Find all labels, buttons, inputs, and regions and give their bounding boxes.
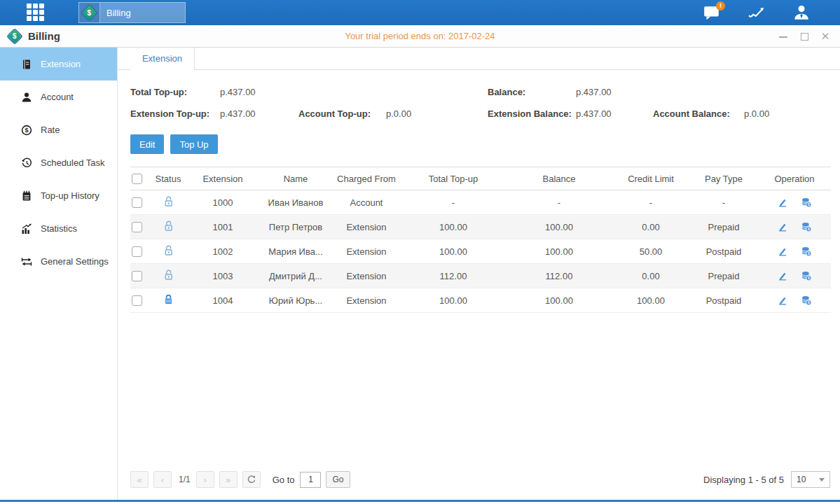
- edit-row-icon[interactable]: [777, 246, 788, 257]
- edit-row-icon[interactable]: [777, 270, 788, 281]
- topup-row-icon[interactable]: $: [801, 221, 812, 232]
- col-credit-limit: Credit Limit: [612, 167, 689, 190]
- row-checkbox[interactable]: [132, 197, 142, 208]
- sidebar-item-general-settings[interactable]: General Settings: [0, 245, 117, 278]
- cell-balance: 100.00: [506, 239, 612, 264]
- row-checkbox[interactable]: [132, 222, 142, 232]
- sidebar-item-rate[interactable]: $ Rate: [0, 113, 117, 146]
- cell-charged-from: Extension: [332, 288, 401, 313]
- sidebar-item-label: Rate: [41, 125, 60, 135]
- cell-balance: 112.00: [506, 264, 612, 288]
- desktop-topbar: $ Billing !: [0, 0, 840, 25]
- topup-row-icon[interactable]: $: [801, 246, 812, 257]
- sidebar-item-label: Extension: [41, 59, 81, 69]
- cell-extension: 1003: [186, 264, 259, 288]
- balance-label: Balance:: [488, 87, 576, 97]
- sidebar-item-label: General Settings: [41, 256, 109, 267]
- refresh-button[interactable]: [242, 471, 261, 488]
- cell-credit-limit: 0.00: [612, 215, 689, 239]
- page-size-select[interactable]: 10: [791, 471, 830, 488]
- billing-window-icon: $: [8, 29, 22, 43]
- goto-label: Go to: [273, 475, 295, 485]
- balance-value: p.437.00: [576, 87, 653, 97]
- cell-extension: 1004: [186, 288, 259, 313]
- edit-row-icon[interactable]: [777, 295, 788, 306]
- taskbar-tab-billing[interactable]: $ Billing: [78, 2, 186, 23]
- sidebar-item-label: Top-up History: [41, 190, 99, 201]
- notebook-icon: [21, 190, 32, 202]
- account-topup-value: p.0.00: [386, 108, 488, 119]
- cell-balance: 100.00: [506, 215, 612, 239]
- select-all-checkbox[interactable]: [132, 174, 142, 184]
- edit-button[interactable]: Edit: [130, 134, 164, 154]
- cell-pay-type: Prepaid: [689, 264, 758, 288]
- sidebar-item-account[interactable]: Account: [0, 80, 117, 113]
- sidebar-item-scheduled-task[interactable]: Scheduled Task: [0, 146, 117, 179]
- topup-row-icon[interactable]: $: [801, 295, 812, 306]
- sidebar-item-label: Scheduled Task: [41, 158, 105, 168]
- displaying-summary: Displaying 1 - 5 of 5: [703, 475, 784, 485]
- cell-name: Иван Иванов: [259, 190, 332, 215]
- svg-text:$: $: [808, 202, 810, 206]
- total-topup-label: Total Top-up:: [130, 87, 220, 97]
- col-pay-type: Pay Type: [689, 167, 758, 190]
- messages-icon[interactable]: !: [701, 3, 722, 22]
- user-account-icon[interactable]: [791, 3, 812, 22]
- reports-chart-icon[interactable]: [746, 3, 767, 22]
- cell-total-topup: -: [401, 190, 506, 215]
- trial-notice: Your trial period ends on: 2017-02-24: [345, 31, 495, 41]
- cell-total-topup: 100.00: [401, 239, 506, 264]
- apps-grid-icon[interactable]: [27, 4, 48, 22]
- tab-extension[interactable]: Extension: [130, 48, 195, 70]
- stats-icon: [21, 223, 32, 234]
- cell-pay-type: Postpaid: [689, 288, 758, 313]
- dollar-circle-icon: $: [21, 125, 32, 136]
- cell-name: Мария Ива...: [259, 239, 332, 264]
- row-checkbox[interactable]: [132, 271, 142, 281]
- sidebar-item-topup-history[interactable]: Top-up History: [0, 179, 117, 212]
- svg-text:$: $: [808, 227, 810, 231]
- account-balance-value: p.0.00: [744, 108, 840, 119]
- sidebar-item-label: Account: [41, 92, 74, 102]
- go-button[interactable]: Go: [326, 471, 350, 488]
- sidebar: Extension Account $ Rate Scheduled Task: [0, 48, 118, 500]
- arrows-icon: [21, 256, 32, 267]
- topup-row-icon[interactable]: $: [801, 197, 812, 208]
- cell-total-topup: 100.00: [401, 288, 506, 313]
- top-up-button[interactable]: Top Up: [170, 134, 217, 154]
- close-button[interactable]: ✕: [820, 31, 830, 41]
- chevron-down-icon: [819, 478, 825, 482]
- lock-open-icon: [163, 244, 174, 256]
- person-icon: [21, 92, 32, 103]
- topup-row-icon[interactable]: $: [801, 270, 812, 281]
- cell-name: Петр Петров: [259, 215, 332, 239]
- col-status: Status: [150, 167, 186, 190]
- account-topup-label: Account Top-up:: [298, 108, 386, 119]
- next-page-button[interactable]: ›: [196, 471, 214, 488]
- row-checkbox[interactable]: [132, 246, 142, 257]
- cell-pay-type: Prepaid: [689, 215, 758, 239]
- row-checkbox[interactable]: [132, 295, 142, 306]
- cell-balance: -: [506, 190, 612, 215]
- sidebar-item-extension[interactable]: Extension: [0, 48, 117, 80]
- col-balance: Balance: [506, 167, 612, 190]
- col-operation: Operation: [758, 167, 831, 190]
- prev-page-button[interactable]: ‹: [153, 471, 172, 488]
- minimize-button[interactable]: [778, 31, 788, 41]
- cell-name: Юрий Юрь...: [259, 288, 332, 313]
- notification-badge: !: [716, 1, 725, 10]
- first-page-button[interactable]: «: [130, 471, 149, 488]
- sidebar-item-label: Statistics: [41, 223, 77, 234]
- goto-page-input[interactable]: [300, 472, 321, 488]
- edit-row-icon[interactable]: [777, 221, 788, 232]
- sidebar-item-statistics[interactable]: Statistics: [0, 212, 117, 245]
- extension-topup-label: Extension Top-up:: [130, 108, 220, 119]
- extensions-table: Status Extension Name Charged From Total…: [130, 167, 831, 313]
- svg-text:$: $: [25, 127, 28, 134]
- col-name: Name: [259, 167, 332, 190]
- maximize-button[interactable]: [799, 31, 809, 41]
- last-page-button[interactable]: »: [219, 471, 237, 488]
- extension-balance-label: Extension Balance:: [488, 108, 576, 119]
- cell-credit-limit: 100.00: [612, 288, 689, 313]
- edit-row-icon[interactable]: [777, 197, 788, 208]
